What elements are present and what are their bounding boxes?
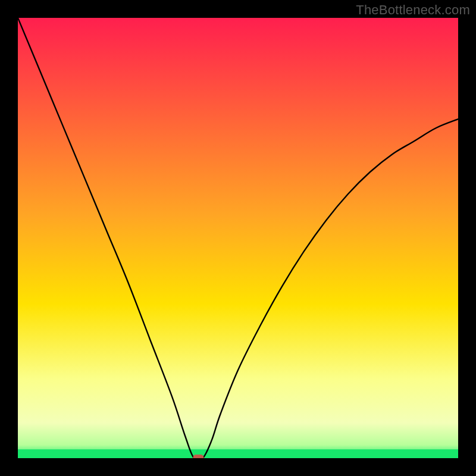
watermark-text: TheBottleneck.com — [356, 2, 470, 18]
gradient-background — [18, 18, 458, 458]
chart-svg — [18, 18, 458, 458]
chart-frame: TheBottleneck.com — [0, 0, 476, 476]
marker-dot — [193, 455, 203, 458]
chart-plot-area — [18, 18, 458, 458]
green-band — [18, 449, 458, 458]
